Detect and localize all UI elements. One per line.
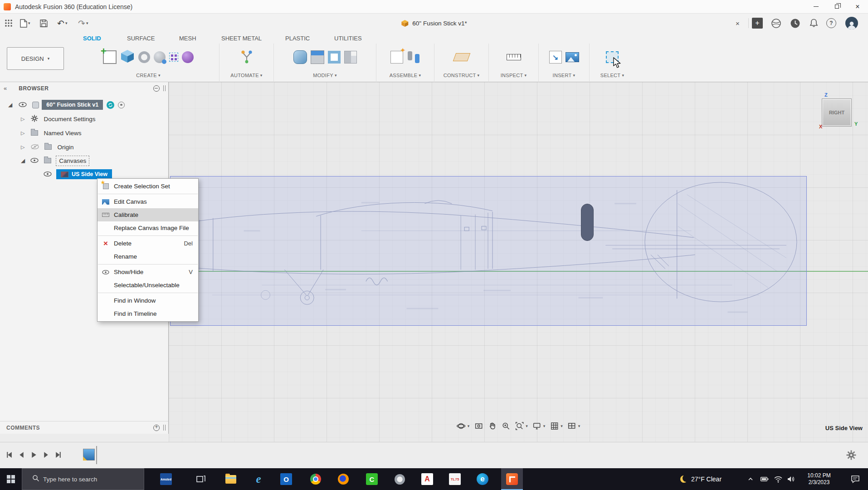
- menu-item-replace-canvas-image-file[interactable]: Replace Canvas Image File: [98, 221, 198, 235]
- green-c-app-icon[interactable]: C: [361, 468, 383, 490]
- collapsed-triangle-icon[interactable]: ▷: [21, 144, 24, 150]
- tree-row-canvases[interactable]: ◢ Canvases: [21, 155, 89, 167]
- pattern-icon[interactable]: [169, 53, 178, 62]
- insert-derive-icon[interactable]: ↘: [549, 51, 562, 64]
- volume-icon[interactable]: [786, 468, 795, 490]
- menu-item-find-in-window[interactable]: Find in Window: [98, 294, 198, 307]
- acrobat-icon[interactable]: A: [416, 468, 438, 490]
- tab-plastic[interactable]: PLASTIC: [285, 33, 310, 44]
- design-workspace-dropdown[interactable]: DESIGN ▾: [7, 47, 64, 70]
- document-tab[interactable]: 60" Fusion Stick v1*: [401, 14, 467, 33]
- viewport-canvas[interactable]: RIGHT Z X Y ▾ ▾: [169, 82, 868, 442]
- amsted-app-icon[interactable]: Amsted: [155, 468, 177, 490]
- battery-icon[interactable]: [760, 468, 769, 490]
- timeline-canvas-feature[interactable]: [83, 449, 95, 461]
- internet-explorer-icon[interactable]: e: [248, 468, 269, 490]
- shell-icon[interactable]: [328, 51, 341, 64]
- comments-bar[interactable]: COMMENTS: [0, 421, 168, 434]
- minimize-button[interactable]: [805, 0, 826, 13]
- taskbar-search[interactable]: [22, 468, 144, 490]
- panel-splitter[interactable]: [163, 425, 166, 431]
- job-status-clock-icon[interactable]: [790, 14, 800, 33]
- start-button[interactable]: [0, 468, 22, 490]
- tree-item-label[interactable]: Named Views: [44, 130, 81, 137]
- redo-icon[interactable]: ↷▾: [78, 14, 88, 33]
- menu-item-selectable-unselectable[interactable]: Selectable/Unselectable: [98, 279, 198, 292]
- close-tab-icon[interactable]: ×: [736, 14, 740, 33]
- assemble-group-dropdown[interactable]: ASSEMBLE: [376, 71, 434, 80]
- menu-item-rename[interactable]: Rename: [98, 250, 198, 263]
- menu-item-calibrate[interactable]: Calibrate: [98, 208, 198, 221]
- menu-item-show-hide[interactable]: Show/Hide V: [98, 265, 198, 279]
- sync-status-icon[interactable]: [107, 101, 114, 109]
- skip-to-end-button[interactable]: [54, 451, 62, 461]
- tab-sheet-metal[interactable]: SHEET METAL: [221, 33, 262, 44]
- collapse-panel-icon[interactable]: «: [4, 85, 7, 92]
- tree-item-label[interactable]: Canvases: [56, 156, 89, 166]
- expand-triangle-icon[interactable]: ◢: [21, 157, 25, 164]
- action-center-icon[interactable]: [844, 468, 866, 490]
- eye-icon[interactable]: [19, 102, 27, 108]
- measure-icon[interactable]: [507, 54, 521, 60]
- search-input[interactable]: [43, 476, 138, 483]
- selected-canvas-image[interactable]: [170, 176, 807, 326]
- zoom-icon[interactable]: [501, 421, 510, 431]
- browser-options-icon[interactable]: [153, 85, 160, 92]
- panel-splitter[interactable]: [163, 85, 166, 91]
- viewports-icon[interactable]: ▾: [567, 421, 580, 431]
- collapsed-triangle-icon[interactable]: ▷: [21, 116, 24, 122]
- restore-button[interactable]: [826, 0, 847, 13]
- file-explorer-icon[interactable]: [220, 468, 242, 490]
- joint-icon[interactable]: [407, 50, 420, 64]
- help-icon[interactable]: ?: [826, 14, 836, 33]
- fillet-icon[interactable]: [293, 50, 307, 64]
- step-back-button[interactable]: [18, 451, 25, 461]
- fit-icon[interactable]: ▾: [515, 421, 528, 431]
- split-body-icon[interactable]: [344, 51, 357, 64]
- timeline-settings-gear-icon[interactable]: [846, 450, 856, 462]
- press-pull-icon[interactable]: [311, 50, 324, 64]
- waffle-menu-icon[interactable]: [5, 14, 13, 33]
- firefox-icon[interactable]: [332, 468, 354, 490]
- create-group-dropdown[interactable]: CREATE: [78, 71, 219, 80]
- tab-utilities[interactable]: UTILITIES: [334, 33, 362, 44]
- display-settings-icon[interactable]: ▾: [532, 421, 546, 431]
- tree-item-label[interactable]: Document Settings: [44, 116, 95, 122]
- insert-group-dropdown[interactable]: INSERT: [539, 71, 589, 80]
- new-tab-button[interactable]: +: [752, 14, 763, 33]
- fusion-360-taskbar-icon[interactable]: [501, 468, 523, 490]
- network-wifi-icon[interactable]: [774, 468, 783, 490]
- collapsed-triangle-icon[interactable]: ▷: [21, 130, 24, 136]
- outlook-icon[interactable]: O: [275, 468, 297, 490]
- task-view-icon[interactable]: [190, 468, 212, 490]
- construction-plane-icon[interactable]: [453, 53, 470, 61]
- menu-item-delete[interactable]: × Delete Del: [98, 237, 198, 250]
- tree-row-document-settings[interactable]: ▷ Document Settings: [21, 113, 96, 125]
- expand-triangle-icon[interactable]: ◢: [8, 102, 12, 108]
- activate-component-icon[interactable]: [118, 102, 125, 108]
- create-sketch-icon[interactable]: +: [103, 50, 117, 64]
- construct-group-dropdown[interactable]: CONSTRUCT: [434, 71, 488, 80]
- tree-item-label[interactable]: Origin: [57, 144, 73, 151]
- modify-group-dropdown[interactable]: MODIFY: [274, 71, 376, 80]
- expand-comments-icon[interactable]: [153, 425, 160, 431]
- eye-icon[interactable]: [44, 171, 52, 178]
- torus-icon[interactable]: [138, 51, 150, 63]
- tl75-app-icon[interactable]: TL75: [444, 468, 466, 490]
- eye-off-icon[interactable]: [31, 144, 39, 151]
- save-icon[interactable]: [40, 14, 48, 33]
- timeline-position-marker[interactable]: [96, 446, 97, 464]
- select-group-dropdown[interactable]: SELECT: [590, 71, 635, 80]
- new-component-icon[interactable]: ✦: [390, 51, 403, 64]
- look-at-icon[interactable]: [474, 421, 483, 431]
- extensions-icon[interactable]: [771, 14, 781, 33]
- inspect-group-dropdown[interactable]: INSPECT: [489, 71, 538, 80]
- create-form-icon[interactable]: [182, 51, 194, 63]
- menu-item-create-selection-set[interactable]: ★ Create Selection Set: [98, 180, 198, 193]
- notifications-bell-icon[interactable]: [809, 14, 819, 33]
- eye-icon[interactable]: [30, 157, 39, 164]
- orbit-icon[interactable]: ▾: [457, 421, 470, 431]
- gray-app-icon[interactable]: [389, 468, 410, 490]
- tab-mesh[interactable]: MESH: [179, 33, 196, 44]
- automate-group-dropdown[interactable]: AUTOMATE: [219, 71, 273, 80]
